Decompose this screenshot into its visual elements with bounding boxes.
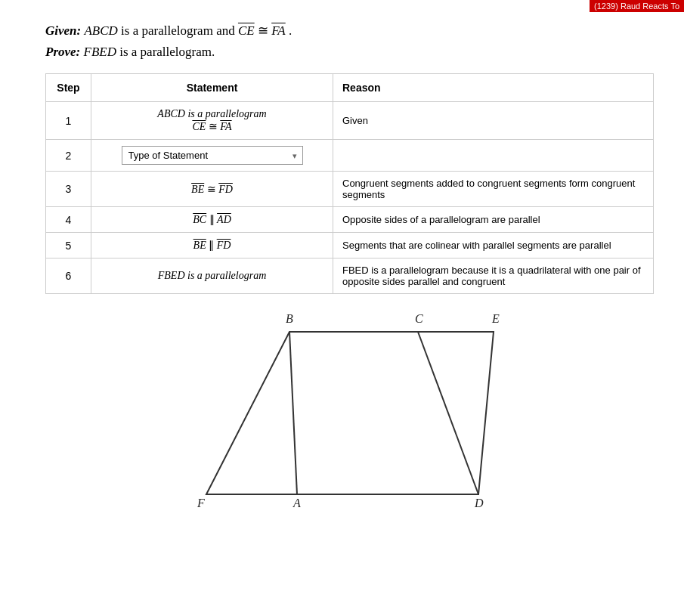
top-bar-text: (1239) Raud Reacts To: [594, 2, 679, 11]
given-congruent: ≅: [258, 23, 271, 38]
statement-4: BC ∥ AD: [91, 207, 333, 233]
geometry-diagram: B C E F A D: [131, 309, 569, 513]
step-3: 3: [46, 172, 91, 207]
given-period: .: [289, 23, 292, 38]
reason-4: Opposite sides of a parallelogram are pa…: [333, 207, 654, 233]
top-bar-notification: (1239) Raud Reacts To: [590, 0, 684, 12]
statement-6: FBED is a parallelogram: [91, 258, 333, 294]
table-row: 4 BC ∥ AD Opposite sides of a parallelog…: [46, 207, 654, 233]
statement-3-text: BE ≅ FD: [191, 184, 233, 195]
given-prefix: Given:: [45, 23, 81, 38]
header-statement: Statement: [91, 74, 333, 102]
proof-table: Step Statement Reason 1 ABCD is a parall…: [45, 73, 654, 294]
step-6: 6: [46, 258, 91, 294]
statement-5-text: BE ∥ FD: [193, 240, 231, 251]
header-reason: Reason: [333, 74, 654, 102]
statement-1: ABCD is a parallelogram CE ≅ FA: [91, 102, 333, 140]
diagram-container: B C E F A D: [45, 309, 654, 513]
header-step: Step: [46, 74, 91, 102]
step-1: 1: [46, 102, 91, 140]
table-row: 1 ABCD is a parallelogram CE ≅ FA Given: [46, 102, 654, 140]
prove-suffix: is a parallelogram.: [119, 45, 215, 59]
fbed-polygon: [206, 332, 494, 494]
type-of-statement-dropdown[interactable]: Type of Statement Definition Theorem Pos…: [122, 146, 303, 165]
given-line: Given: ABCD is a parallelogram and CE ≅ …: [45, 23, 654, 39]
step-2: 2: [46, 140, 91, 172]
line-ab: [289, 332, 297, 494]
reason-2: [333, 140, 654, 172]
reason-1: Given: [333, 102, 654, 140]
statement-3: BE ≅ FD: [91, 172, 333, 207]
statement-6-text: FBED is a parallelogram: [158, 270, 267, 281]
prove-prefix: Prove:: [45, 45, 80, 59]
reason-3: Congruent segments added to congruent se…: [333, 172, 654, 207]
page: (1239) Raud Reacts To Given: ABCD is a p…: [0, 0, 684, 616]
reason-6: FBED is a parallelogram because it is a …: [333, 258, 654, 294]
statement-1-line1: ABCD is a parallelogram: [101, 108, 323, 120]
reason-5: Segments that are colinear with parallel…: [333, 233, 654, 258]
label-f: F: [197, 497, 205, 509]
table-row: 6 FBED is a parallelogram FBED is a para…: [46, 258, 654, 294]
table-row: 2 Type of Statement Definition Theorem P…: [46, 140, 654, 172]
step-4: 4: [46, 207, 91, 233]
given-middle: is a parallelogram and: [121, 23, 238, 38]
label-c: C: [415, 312, 423, 325]
label-b: B: [286, 312, 293, 325]
given-fa: FA: [271, 23, 286, 38]
statement-1-line2: CE ≅ FA: [101, 120, 323, 133]
prove-line: Prove: FBED is a parallelogram.: [45, 45, 654, 60]
table-row: 5 BE ∥ FD Segments that are colinear wit…: [46, 233, 654, 258]
label-a: A: [292, 497, 301, 509]
label-e: E: [491, 312, 500, 325]
given-abcd: ABCD: [84, 23, 121, 38]
step-5: 5: [46, 233, 91, 258]
prove-fbed: FBED: [84, 45, 116, 59]
label-d: D: [474, 497, 484, 509]
table-header-row: Step Statement Reason: [46, 74, 654, 102]
line-cd: [418, 332, 478, 494]
statement-2: Type of Statement Definition Theorem Pos…: [91, 140, 333, 172]
statement-5: BE ∥ FD: [91, 233, 333, 258]
type-of-statement-wrapper[interactable]: Type of Statement Definition Theorem Pos…: [122, 146, 303, 165]
given-ce: CE: [238, 23, 255, 38]
table-row: 3 BE ≅ FD Congruent segments added to co…: [46, 172, 654, 207]
statement-4-text: BC ∥ AD: [193, 214, 231, 225]
